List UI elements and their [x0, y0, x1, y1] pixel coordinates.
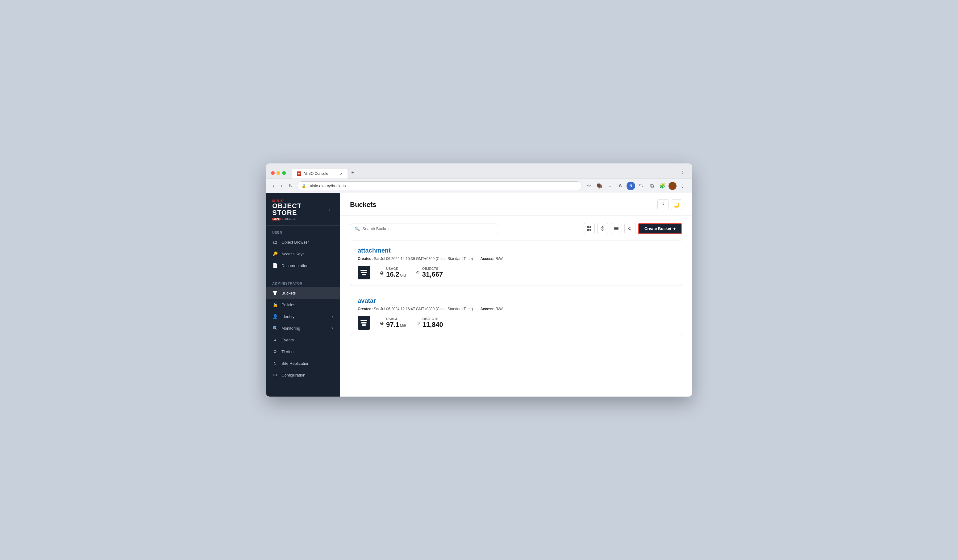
usage-value-attachment: 16.2GiB [386, 271, 406, 278]
back-button[interactable]: ‹ [271, 182, 276, 190]
tab-favicon: M [297, 171, 301, 176]
sidebar-item-access-keys[interactable]: 🔑 Access Keys [266, 248, 340, 259]
events-icon: λ [272, 337, 278, 343]
sidebar-item-site-replication[interactable]: ↻ Site Replication [266, 358, 340, 369]
sidebar-item-configuration[interactable]: ⚙ Configuration [266, 369, 340, 381]
monitoring-arrow: ▼ [331, 327, 334, 330]
svg-rect-0 [273, 291, 277, 292]
app-container: MINIO OBJECT STORE AGPL LICENSE ← User 🗂… [266, 193, 692, 397]
usage-icon-attachment: ◕ [380, 270, 384, 275]
access-keys-icon: 🔑 [272, 251, 278, 256]
maximize-traffic-light[interactable] [282, 171, 286, 175]
s-icon-button[interactable]: S [616, 182, 625, 190]
puzzle-button[interactable]: 🧩 [658, 182, 667, 190]
copy-button[interactable]: ⧉ [647, 182, 656, 190]
new-tab-button[interactable]: + [347, 167, 358, 179]
license-badge: AGPL [272, 218, 281, 220]
browser-toolbar: ‹ › ↻ 🔒 minio.aka.cy/buckets ☆ 🦬 ≡ S N 🛡… [266, 179, 692, 193]
logo-content: MINIO OBJECT STORE AGPL LICENSE [272, 199, 327, 220]
objects-label-avatar: Objects [422, 317, 443, 321]
reload-button[interactable]: ↻ [287, 182, 295, 190]
dark-mode-button[interactable]: 🌙 [671, 199, 682, 210]
main-content: Buckets ? 🌙 🔍 [340, 193, 692, 397]
n-icon-button[interactable]: N [627, 182, 635, 190]
tab-close-button[interactable]: × [340, 171, 343, 176]
sidebar-item-buckets[interactable]: Buckets [266, 287, 340, 299]
created-label-avatar: Created: Sat Jul 06 2024 12:16:47 GMT+08… [358, 307, 473, 311]
created-label-attachment: Created: Sat Jul 06 2024 14:10:39 GMT+08… [358, 256, 473, 261]
svg-rect-9 [614, 228, 619, 229]
help-button[interactable]: ? [657, 199, 668, 210]
close-traffic-light[interactable] [271, 171, 275, 175]
search-input[interactable] [362, 226, 493, 231]
bucket-card-attachment[interactable]: attachment Created: Sat Jul 06 2024 14:1… [350, 240, 682, 286]
admin-section-label: Administrator [266, 277, 340, 287]
objects-content-avatar: Objects 11,840 [422, 317, 443, 329]
bucket-icon-attachment [358, 266, 370, 279]
moose-icon-button[interactable]: 🦬 [595, 182, 604, 190]
usage-icon-avatar: ◕ [380, 320, 384, 325]
identity-icon: 👤 [272, 313, 278, 319]
objects-value-attachment: 31,667 [422, 271, 443, 278]
security-icon: 🔒 [301, 184, 306, 188]
objects-icon-avatar: ⊕ [416, 320, 420, 325]
more-button[interactable]: ⋮ [678, 182, 687, 190]
objectstore-label: OBJECT STORE [272, 202, 327, 216]
sidebar-item-identity[interactable]: 👤 Identity ▼ [266, 310, 340, 322]
monitoring-label: Monitoring [281, 326, 327, 331]
list-view-button[interactable] [611, 223, 622, 234]
reader-button[interactable]: ≡ [606, 182, 614, 190]
bookmark-button[interactable]: ☆ [585, 182, 593, 190]
bucket-stats-avatar: ◕ Usage 97.1MiB ⊕ Objects 11,840 [358, 316, 674, 330]
sidebar-divider-1 [266, 274, 340, 274]
monitoring-icon: 🔍 [272, 325, 278, 331]
sidebar-item-monitoring[interactable]: 🔍 Monitoring ▼ [266, 322, 340, 334]
traffic-lights [271, 171, 286, 175]
access-label-attachment: Access: R/W [480, 256, 503, 261]
bucket-list: attachment Created: Sat Jul 06 2024 14:1… [350, 240, 682, 336]
search-bar[interactable]: 🔍 [350, 223, 498, 234]
svg-rect-6 [587, 229, 589, 231]
search-icon: 🔍 [355, 226, 360, 231]
svg-rect-8 [614, 227, 619, 228]
create-bucket-label: Create Bucket [644, 226, 671, 231]
sidebar-collapse-button[interactable]: ← [327, 206, 334, 214]
sidebar-item-object-browser[interactable]: 🗂 Object Browser [266, 236, 340, 248]
profile-avatar[interactable] [668, 182, 677, 190]
address-bar[interactable]: 🔒 minio.aka.cy/buckets [297, 181, 582, 190]
sidebar: MINIO OBJECT STORE AGPL LICENSE ← User 🗂… [266, 193, 340, 397]
sidebar-item-documentation[interactable]: 📄 Documentation [266, 259, 340, 271]
tab-title: MinIO Console [304, 171, 328, 176]
sidebar-item-policies[interactable]: 🔒 Policies [266, 299, 340, 310]
usage-stat-avatar: ◕ Usage 97.1MiB [380, 317, 406, 329]
shield-button[interactable]: 🛡 [637, 182, 646, 190]
sort-button[interactable] [597, 223, 608, 234]
create-bucket-button[interactable]: Create Bucket + [638, 223, 682, 234]
usage-content-avatar: Usage 97.1MiB [386, 317, 406, 329]
usage-label-attachment: Usage [386, 267, 406, 271]
usage-content-attachment: Usage 16.2GiB [386, 267, 406, 278]
header-actions: ? 🌙 [657, 199, 682, 210]
refresh-button[interactable]: ↻ [624, 223, 636, 234]
sidebar-item-tiering[interactable]: ⚙ Tiering [266, 346, 340, 358]
browser-menu-button[interactable]: ⋮ [678, 168, 687, 176]
active-tab[interactable]: M MinIO Console × [292, 169, 347, 179]
objects-label-attachment: Objects [422, 267, 443, 271]
bucket-meta-avatar: Created: Sat Jul 06 2024 12:16:47 GMT+08… [358, 307, 674, 311]
browser-tabs: M MinIO Console × + [292, 167, 675, 179]
usage-value-avatar: 97.1MiB [386, 321, 406, 329]
minimize-traffic-light[interactable] [276, 171, 280, 175]
usage-unit-attachment: GiB [400, 273, 406, 278]
forward-button[interactable]: › [279, 182, 284, 190]
objects-stat-attachment: ⊕ Objects 31,667 [416, 267, 443, 278]
objects-content-attachment: Objects 31,667 [422, 267, 443, 278]
svg-rect-2 [274, 293, 276, 294]
svg-rect-1 [273, 292, 276, 293]
buckets-icon [272, 290, 278, 296]
sidebar-item-events[interactable]: λ Events [266, 334, 340, 346]
object-browser-icon: 🗂 [272, 239, 278, 245]
object-browser-label: Object Browser [281, 240, 334, 245]
grid-view-button[interactable] [584, 223, 595, 234]
bucket-card-avatar[interactable]: avatar Created: Sat Jul 06 2024 12:16:47… [350, 291, 682, 336]
usage-stat-attachment: ◕ Usage 16.2GiB [380, 267, 406, 278]
